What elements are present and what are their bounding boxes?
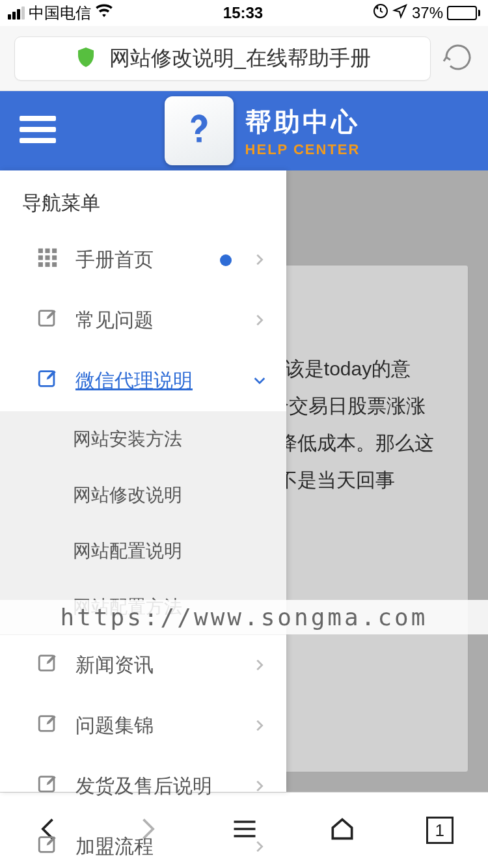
svg-rect-9: [52, 255, 57, 260]
chevron-right-icon: [252, 715, 267, 737]
sidebar-item-label: 新闻资讯: [75, 652, 236, 679]
signal-icon: [8, 7, 25, 20]
carrier-label: 中国电信: [29, 3, 91, 23]
sidebar-item-label: 常见问题: [75, 307, 236, 334]
edit-icon: [36, 712, 59, 739]
sidebar-item-label: 问题集锦: [75, 712, 236, 739]
svg-rect-12: [52, 262, 57, 267]
svg-rect-7: [38, 255, 43, 260]
sidebar-drawer: 导航菜单 手册首页常见问题微信代理说明网站安装方法网站修改说明网站配置说明网站配…: [0, 170, 286, 792]
active-dot-icon: [220, 254, 232, 266]
menu-button[interactable]: [20, 116, 56, 146]
status-bar: 中国电信 15:33 37%: [0, 0, 488, 26]
battery-icon: [447, 6, 480, 20]
svg-rect-3: [20, 138, 56, 143]
chevron-right-icon: [252, 836, 267, 858]
chevron-right-icon: [252, 249, 267, 271]
logo-icon: [165, 96, 234, 165]
sidebar-subitem-0[interactable]: 网站安装方法: [0, 411, 286, 467]
svg-rect-10: [38, 262, 43, 267]
logo: 帮助中心 HELP CENTER: [56, 96, 468, 165]
browser-address-bar: 网站修改说明_在线帮助手册: [0, 26, 488, 91]
page-title: 网站修改说明_在线帮助手册: [109, 44, 371, 73]
chevron-right-icon: [252, 655, 267, 677]
edit-icon: [36, 773, 59, 800]
svg-rect-2: [20, 127, 56, 132]
chevron-right-icon: [252, 776, 267, 798]
rotation-lock-icon: [373, 3, 388, 23]
sidebar-item-4[interactable]: 问题集锦: [0, 696, 286, 756]
svg-rect-6: [52, 249, 57, 253]
watermark-overlay: https://www.songma.com: [0, 600, 488, 634]
forward-button[interactable]: [133, 815, 161, 846]
wifi-icon: [95, 2, 113, 24]
tabs-button[interactable]: 1: [426, 817, 454, 844]
svg-rect-4: [38, 249, 43, 253]
sidebar-item-label: 发货及售后说明: [75, 773, 236, 800]
sidebar-item-label: 微信代理说明: [75, 368, 236, 394]
home-button[interactable]: [328, 815, 357, 846]
sidebar-item-3[interactable]: 新闻资讯: [0, 635, 286, 696]
svg-rect-8: [45, 255, 49, 260]
edit-icon: [36, 652, 59, 679]
logo-title-cn: 帮助中心: [245, 104, 360, 140]
clock: 15:33: [223, 4, 263, 22]
location-icon: [392, 3, 408, 23]
grid-icon: [36, 247, 59, 273]
svg-rect-5: [45, 249, 49, 253]
svg-rect-11: [45, 262, 49, 267]
svg-rect-1: [20, 116, 56, 121]
sidebar-title: 导航菜单: [0, 170, 286, 230]
sidebar-subitem-1[interactable]: 网站修改说明: [0, 467, 286, 523]
sidebar-item-label: 手册首页: [75, 247, 203, 273]
shield-icon: [74, 46, 98, 72]
sidebar-subitem-2[interactable]: 网站配置说明: [0, 523, 286, 579]
app-header: 帮助中心 HELP CENTER: [0, 91, 488, 170]
sidebar-item-1[interactable]: 常见问题: [0, 290, 286, 351]
sidebar-item-0[interactable]: 手册首页: [0, 230, 286, 290]
address-box[interactable]: 网站修改说明_在线帮助手册: [14, 36, 431, 81]
edit-icon: [36, 368, 59, 394]
logo-title-en: HELP CENTER: [245, 141, 360, 158]
sidebar-item-5[interactable]: 发货及售后说明: [0, 756, 286, 817]
edit-icon: [36, 834, 59, 860]
refresh-button[interactable]: [442, 42, 474, 75]
sidebar-item-2[interactable]: 微信代理说明: [0, 351, 286, 411]
battery-percent: 37%: [412, 4, 443, 22]
tab-count: 1: [426, 817, 454, 844]
chevron-right-icon: [252, 310, 267, 332]
chevron-down-icon: [252, 370, 267, 392]
edit-icon: [36, 307, 59, 334]
